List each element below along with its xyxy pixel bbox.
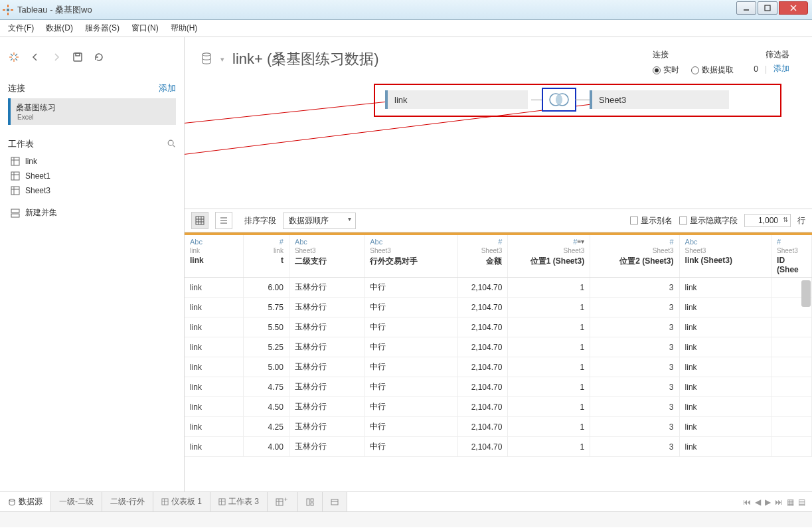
live-radio[interactable]: 实时 — [653, 64, 679, 76]
table-cell: link — [185, 317, 243, 337]
column-header[interactable]: #Sheet3ID (Shee — [771, 235, 812, 278]
close-button[interactable] — [779, 1, 808, 15]
new-union-item[interactable]: 新建并集 — [8, 205, 176, 221]
table-cell: link — [679, 337, 771, 357]
row-count-input[interactable]: 1,000 — [744, 214, 791, 227]
new-dashboard-button[interactable] — [298, 492, 323, 511]
table-cell: 5.00 — [243, 357, 289, 377]
sheet-tab[interactable]: 仪表板 1 — [153, 492, 210, 511]
table-cell: 2,104.70 — [457, 337, 508, 357]
list-view-button[interactable] — [215, 212, 232, 229]
sheet-tab-label: 二级-行外 — [110, 496, 145, 507]
new-worksheet-button[interactable]: + — [268, 492, 298, 511]
table-cell — [771, 397, 812, 417]
column-header[interactable]: Abclinklink — [185, 235, 243, 278]
show-filmstrip-icon[interactable]: ▤ — [798, 497, 805, 507]
table-cell: 2,104.70 — [457, 377, 508, 397]
table-cell: 中行 — [365, 377, 458, 397]
search-icon[interactable] — [167, 139, 176, 150]
show-tabs-icon[interactable]: ▦ — [787, 497, 794, 507]
table-cell: 中行 — [365, 317, 458, 337]
table-row[interactable]: link4.25玉林分行中行2,104.7013link — [185, 417, 812, 437]
nav-last-icon[interactable]: ⏭ — [775, 497, 783, 507]
menu-window[interactable]: 窗口(N) — [131, 23, 159, 34]
table-cell: 中行 — [365, 397, 458, 417]
column-header[interactable]: ▾ ≡#Sheet3位置1 (Sheet3) — [508, 235, 590, 278]
forward-button[interactable] — [50, 51, 62, 63]
tab-datasource[interactable]: 数据源 — [0, 492, 51, 511]
svg-rect-0 — [7, 5, 9, 7]
worksheet-item[interactable]: Sheet1 — [8, 169, 176, 183]
menu-server[interactable]: 服务器(S) — [85, 23, 120, 34]
add-connection-link[interactable]: 添加 — [159, 82, 176, 94]
filters-label: 筛选器 — [766, 49, 789, 60]
refresh-button[interactable] — [93, 51, 105, 63]
column-header[interactable]: AbcSheet3二级支行 — [289, 235, 364, 278]
table-cell — [771, 337, 812, 357]
sheet-tab[interactable]: 一级-二级 — [51, 492, 102, 511]
table-row[interactable]: link5.00玉林分行中行2,104.7013link — [185, 357, 812, 377]
vertical-scrollbar[interactable] — [801, 280, 811, 307]
nav-first-icon[interactable]: ⏮ — [743, 497, 751, 507]
svg-rect-46 — [162, 499, 168, 505]
column-header[interactable]: #Sheet3位置2 (Sheet3) — [590, 235, 679, 278]
worksheet-item[interactable]: Sheet3 — [8, 183, 176, 198]
join-type-button[interactable] — [542, 88, 576, 112]
menu-file[interactable]: 文件(F) — [8, 23, 34, 34]
column-header[interactable]: AbcSheet3行外交易对手 — [365, 235, 458, 278]
table-cell: 5.75 — [243, 298, 289, 317]
column-header[interactable]: #Sheet3金额 — [457, 235, 508, 278]
menu-help[interactable]: 帮助(H) — [171, 23, 198, 34]
sheet-tab[interactable]: 二级-行外 — [102, 492, 153, 511]
extract-radio[interactable]: 数据提取 — [691, 64, 734, 76]
table-row[interactable]: link5.50玉林分行中行2,104.7013link — [185, 317, 812, 337]
minimize-button[interactable] — [736, 1, 756, 15]
left-panel: 连接 添加 桑基图练习 Excel 工作表 linkSheet1Sheet3 新… — [0, 37, 185, 491]
datasource-panel: ▾ link+ (桑基图练习数据) 连接 实时 数据提取 筛选器 0 | 添加 — [185, 37, 812, 491]
new-story-button[interactable] — [323, 492, 347, 511]
nav-prev-icon[interactable]: ◀ — [755, 497, 761, 507]
maximize-button[interactable] — [758, 1, 777, 15]
show-hidden-checkbox[interactable]: 显示隐藏字段 — [679, 215, 738, 226]
column-header[interactable]: AbcSheet3link (Sheet3) — [679, 235, 771, 278]
dropdown-icon[interactable]: ▾ — [220, 55, 224, 64]
save-button[interactable] — [72, 51, 84, 63]
back-button[interactable] — [29, 51, 41, 63]
table-cell: 玉林分行 — [289, 377, 364, 397]
table-row[interactable]: link4.00玉林分行中行2,104.7013link — [185, 437, 812, 457]
join-table-right[interactable]: Sheet3 — [590, 90, 729, 109]
table-cell: 1 — [508, 417, 590, 437]
worksheets-label: 工作表 — [8, 138, 34, 150]
join-canvas[interactable]: link Sheet3 — [185, 82, 812, 209]
table-row[interactable]: link5.75玉林分行中行2,104.7013link — [185, 298, 812, 317]
nav-next-icon[interactable]: ▶ — [765, 497, 771, 507]
table-cell: link — [679, 397, 771, 417]
show-alias-checkbox[interactable]: 显示别名 — [630, 215, 673, 226]
datasource-title[interactable]: link+ (桑基图练习数据) — [232, 49, 379, 69]
connection-item[interactable]: 桑基图练习 Excel — [8, 98, 176, 125]
table-row[interactable]: link5.25玉林分行中行2,104.7013link — [185, 337, 812, 357]
table-cell: link — [185, 437, 243, 457]
svg-rect-18 — [76, 53, 80, 56]
menu-data[interactable]: 数据(D) — [46, 23, 73, 34]
add-filter-link[interactable]: 添加 — [773, 63, 789, 74]
tableau-app-icon — [3, 5, 13, 15]
svg-rect-3 — [11, 9, 13, 11]
sheet-tab-label: 仪表板 1 — [171, 496, 202, 507]
sort-field-dropdown[interactable]: 数据源顺序 — [283, 213, 356, 229]
column-header[interactable]: #linkt — [243, 235, 289, 278]
tableau-logo-icon — [8, 51, 20, 63]
table-cell: 6.00 — [243, 278, 289, 298]
sheet-tab[interactable]: 工作表 3 — [210, 492, 268, 511]
table-row[interactable]: link6.00玉林分行中行2,104.7013link — [185, 278, 812, 298]
table-cell: link — [679, 377, 771, 397]
table-cell: 玉林分行 — [289, 397, 364, 417]
worksheet-item[interactable]: link — [8, 154, 176, 169]
table-cell: 2,104.70 — [457, 357, 508, 377]
join-table-left[interactable]: link — [385, 90, 528, 109]
grid-view-button[interactable] — [191, 212, 208, 229]
table-cell: 1 — [508, 397, 590, 417]
table-row[interactable]: link4.75玉林分行中行2,104.7013link — [185, 377, 812, 397]
table-row[interactable]: link4.50玉林分行中行2,104.7013link — [185, 397, 812, 417]
sort-icon[interactable]: ≡ — [577, 238, 581, 245]
